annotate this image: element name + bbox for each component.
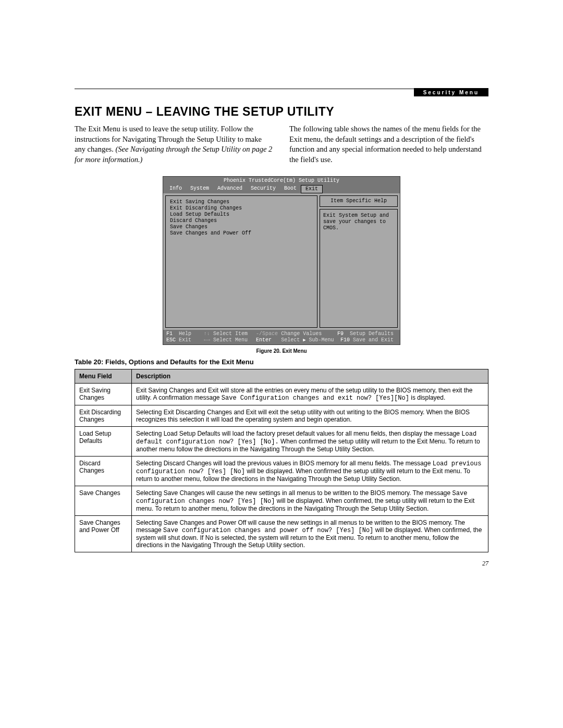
cell-desc: Selecting Exit Discarding Changes and Ex…: [132, 405, 488, 427]
bios-main-panel: Exit Saving Changes Exit Discarding Chan…: [165, 195, 317, 328]
key-space: -/Space: [256, 331, 278, 337]
key-updown-icon: ↑↓: [204, 331, 210, 337]
table-row: Discard Changes Selecting Discard Change…: [75, 456, 488, 486]
bios-screenshot: Phoenix TrustedCore(tm) Setup Utility In…: [163, 176, 400, 345]
cell-field: Exit Discarding Changes: [75, 405, 132, 427]
bios-tabs: Info System Advanced Security Boot Exit: [163, 185, 400, 193]
bios-menu-item[interactable]: Exit Saving Changes: [170, 199, 313, 205]
bios-title: Phoenix TrustedCore(tm) Setup Utility: [163, 177, 400, 185]
intro-columns: The Exit Menu is used to leave the setup…: [75, 124, 488, 165]
bios-help-header: Item Specific Help: [320, 195, 398, 207]
cell-field: Save Changes and Power Off: [75, 516, 132, 552]
fields-table: Menu Field Description Exit Saving Chang…: [75, 369, 488, 552]
cell-desc: Selecting Discard Changes will load the …: [132, 456, 488, 486]
key-f9: F9: [337, 331, 344, 337]
label-change-values: Change Values: [281, 331, 322, 337]
bios-tab-boot[interactable]: Boot: [280, 185, 301, 193]
key-esc: ESC: [166, 337, 176, 343]
key-enter: Enter: [256, 337, 272, 343]
table-row: Save Changes and Power Off Selecting Sav…: [75, 516, 488, 552]
label-save-exit: Save and Exit: [353, 337, 394, 343]
bios-tab-system[interactable]: System: [186, 185, 213, 193]
label-select-submenu-b: Sub-Menu: [306, 337, 334, 343]
page-title: EXIT MENU – LEAVING THE SETUP UTILITY: [75, 105, 488, 119]
bios-body: Exit Saving Changes Exit Discarding Chan…: [163, 193, 400, 330]
table-row: Exit Discarding Changes Selecting Exit D…: [75, 405, 488, 427]
cell-field: Discard Changes: [75, 456, 132, 486]
intro-left: The Exit Menu is used to leave the setup…: [75, 124, 274, 165]
bios-tab-info[interactable]: Info: [165, 185, 186, 193]
cell-desc: Exit Saving Changes and Exit will store …: [132, 384, 488, 405]
bios-menu-item[interactable]: Load Setup Defaults: [170, 212, 313, 218]
table-row: Load Setup Defaults Selecting Load Setup…: [75, 427, 488, 456]
label-help: Help: [179, 331, 191, 337]
bios-menu-item[interactable]: Discard Changes: [170, 218, 313, 224]
key-leftright-icon: ←→: [204, 337, 210, 343]
figure-caption: Figure 20. Exit Menu: [75, 348, 488, 354]
col-header-description: Description: [132, 369, 488, 384]
bios-help-body: Exit System Setup and save your changes …: [320, 209, 398, 328]
cell-desc: Selecting Load Setup Defaults will load …: [132, 427, 488, 456]
bios-menu-item[interactable]: Save Changes: [170, 224, 313, 230]
bios-tab-advanced[interactable]: Advanced: [213, 185, 247, 193]
bios-help-column: Item Specific Help Exit System Setup and…: [320, 195, 398, 328]
key-f1: F1: [166, 331, 173, 337]
bios-tab-security[interactable]: Security: [247, 185, 280, 193]
bios-menu-item[interactable]: Save Changes and Power Off: [170, 230, 313, 237]
cell-field: Load Setup Defaults: [75, 427, 132, 456]
cell-desc: Selecting Save Changes and Power Off wil…: [132, 516, 488, 552]
bios-tab-exit[interactable]: Exit: [301, 185, 323, 193]
table-row: Save Changes Selecting Save Changes will…: [75, 486, 488, 516]
label-setup-defaults: Setup Defaults: [350, 331, 394, 337]
page-number: 27: [75, 560, 488, 567]
table-row: Exit Saving Changes Exit Saving Changes …: [75, 384, 488, 405]
label-select-item: Select Item: [213, 331, 248, 337]
label-select-menu: Select Menu: [213, 337, 248, 343]
label-exit: Exit: [179, 337, 191, 343]
table-title: Table 20: Fields, Options and Defaults f…: [75, 358, 488, 366]
header-tab: Security Menu: [414, 88, 488, 96]
cell-field: Save Changes: [75, 486, 132, 516]
label-select-submenu-a: Select: [281, 337, 303, 343]
cell-field: Exit Saving Changes: [75, 384, 132, 405]
bios-menu-item[interactable]: Exit Discarding Changes: [170, 205, 313, 212]
bios-footer: F1 Help ↑↓ Select Item -/Space Change Va…: [163, 330, 400, 344]
key-f10: F10: [340, 337, 350, 343]
col-header-menu-field: Menu Field: [75, 369, 132, 384]
intro-right: The following table shows the names of t…: [289, 124, 488, 165]
cell-desc: Selecting Save Changes will cause the ne…: [132, 486, 488, 516]
